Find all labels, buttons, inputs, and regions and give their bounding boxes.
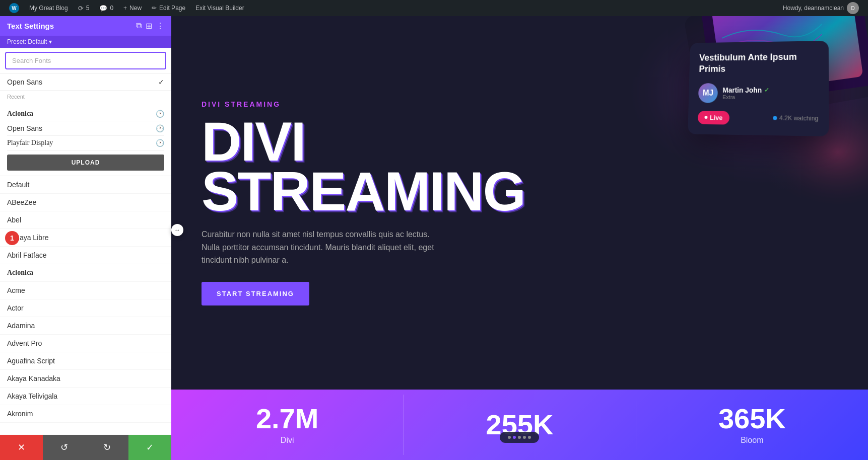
more-icon[interactable]: ⋮ xyxy=(156,21,164,31)
stat-label-2: Bloom xyxy=(741,436,763,445)
new-icon: + xyxy=(123,5,127,12)
cta-button[interactable]: START STREAMING xyxy=(202,282,309,305)
clock-icon-2: 🕐 xyxy=(156,124,164,132)
recent-font-opensans[interactable]: Open Sans 🕐 xyxy=(7,121,164,136)
stat-value-0: 2.7M xyxy=(256,405,319,433)
cancel-button[interactable]: ✕ xyxy=(0,435,43,460)
font-label-actor: Actor xyxy=(7,304,24,312)
font-label-akronim: Akronim xyxy=(7,410,33,418)
admin-bar: W My Great Blog ⟳ 5 💬 0 + New ✏ Edit Pag… xyxy=(0,0,868,16)
font-item-actor[interactable]: Actor xyxy=(0,299,171,317)
new-item[interactable]: + New xyxy=(118,0,147,16)
hero-title-line1: DIVI xyxy=(202,116,525,166)
card-footer: Live 4.2K watching xyxy=(698,111,819,126)
verified-icon: ✓ xyxy=(764,87,769,94)
hero-description: Curabitur non nulla sit amet nisl tempus… xyxy=(202,228,443,267)
clock-icon-3: 🕐 xyxy=(156,139,164,147)
panel-header: Text Settings ⧉ ⊞ ⋮ xyxy=(0,16,171,36)
site-name-item[interactable]: My Great Blog xyxy=(24,0,73,16)
comments-count: 0 xyxy=(110,5,113,12)
left-panel: 1 Text Settings ⧉ ⊞ ⋮ Preset: Default ▾ … xyxy=(0,16,171,460)
font-item-adamina[interactable]: Adamina xyxy=(0,317,171,335)
copy-icon[interactable]: ⧉ xyxy=(136,21,142,31)
edit-icon: ✏ xyxy=(152,5,157,12)
comments-icon: 💬 xyxy=(99,5,107,12)
dots-overlay xyxy=(500,432,539,443)
card-avatar: MJ xyxy=(698,83,718,103)
upload-section: Aclonica 🕐 Open Sans 🕐 Playfair Display … xyxy=(0,102,171,176)
preset-chevron: ▾ xyxy=(49,38,52,45)
site-name: My Great Blog xyxy=(29,5,68,12)
watching-count: 4.2K watching xyxy=(773,115,819,122)
stat-item-0: 2.7M Divi xyxy=(171,395,404,455)
watching-dot xyxy=(773,116,777,120)
admin-bar-right: Howdy, deannamclean D xyxy=(783,2,864,14)
card-user-info: Martin John ✓ Extra xyxy=(722,86,769,100)
font-label-akaya-kanadaka: Akaya Kanadaka xyxy=(7,374,60,382)
font-item-default[interactable]: Default xyxy=(0,176,171,194)
edit-page-label: Edit Page xyxy=(159,5,185,12)
open-sans-selected-item[interactable]: Open Sans ✓ xyxy=(0,74,171,91)
right-content: DIVI STREAMING DIVI STREAMING Curabitur … xyxy=(171,16,868,460)
exit-builder-label: Exit Visual Builder xyxy=(195,5,244,12)
font-item-akronim[interactable]: Akronim xyxy=(0,405,171,423)
search-container xyxy=(0,48,171,74)
grid-icon[interactable]: ⊞ xyxy=(146,21,152,31)
resize-handle[interactable]: ↔ xyxy=(171,224,183,236)
font-label-aguafina: Aguafina Script xyxy=(7,357,55,365)
recent-font-aclonica[interactable]: Aclonica 🕐 xyxy=(7,107,164,121)
edit-page-item[interactable]: ✏ Edit Page xyxy=(147,0,190,16)
font-item-akaya-kanadaka[interactable]: Akaya Kanadaka xyxy=(0,370,171,388)
font-label-acme: Acme xyxy=(7,286,25,294)
stat-item-2: 365K Bloom xyxy=(636,395,868,455)
revisions-item[interactable]: ⟳ 5 xyxy=(73,0,95,16)
preset-label: Preset: Default xyxy=(7,38,47,45)
main-area: 1 Text Settings ⧉ ⊞ ⋮ Preset: Default ▾ … xyxy=(0,16,868,460)
wp-logo: W xyxy=(9,3,19,13)
font-item-advent[interactable]: Advent Pro xyxy=(0,335,171,352)
recent-font-aclonica-label: Aclonica xyxy=(7,110,33,118)
stats-section: 2.7M Divi 255K 365K Bloom xyxy=(171,390,868,460)
font-item-akaya-telivigala[interactable]: Akaya Telivigala xyxy=(0,388,171,405)
recent-font-playfair[interactable]: Playfair Display 🕐 xyxy=(7,136,164,150)
font-label-default: Default xyxy=(7,181,29,189)
revisions-icon: ⟳ xyxy=(78,5,84,12)
font-label-abel: Abel xyxy=(7,216,21,224)
font-item-abhaya[interactable]: Abhaya Libre xyxy=(0,229,171,247)
card-user: MJ Martin John ✓ Extra xyxy=(698,83,819,104)
search-input[interactable] xyxy=(5,52,166,69)
font-item-abel[interactable]: Abel xyxy=(0,211,171,229)
clock-icon-1: 🕐 xyxy=(156,110,164,118)
exit-builder-item[interactable]: Exit Visual Builder xyxy=(190,0,249,16)
stat-value-2: 365K xyxy=(718,405,786,433)
hero-section: DIVI STREAMING DIVI STREAMING Curabitur … xyxy=(171,16,868,390)
live-label: Live xyxy=(710,114,723,121)
dot-3 xyxy=(518,436,521,439)
hero-title: DIVI STREAMING xyxy=(202,116,525,216)
font-label-abeezee: ABeeZee xyxy=(7,198,36,206)
upload-button[interactable]: UPLOAD xyxy=(7,155,164,171)
font-item-acme[interactable]: Acme xyxy=(0,282,171,299)
avatar: D xyxy=(847,2,859,14)
undo-button[interactable]: ↺ xyxy=(43,435,86,460)
dot-2 xyxy=(513,436,516,439)
recent-label: Recent xyxy=(0,91,171,102)
hero-text: DIVI STREAMING DIVI STREAMING Curabitur … xyxy=(202,100,525,305)
hero-subtitle: DIVI STREAMING xyxy=(202,100,525,108)
font-label-abril: Abril Fatface xyxy=(7,251,47,259)
live-dot xyxy=(704,116,707,119)
font-item-aguafina[interactable]: Aguafina Script xyxy=(0,352,171,370)
font-item-aclonica-list[interactable]: Aclonica xyxy=(0,264,171,282)
wp-logo-item[interactable]: W xyxy=(4,0,24,16)
open-sans-label: Open Sans xyxy=(7,78,42,86)
card-user-role: Extra xyxy=(722,94,769,100)
preset-bar[interactable]: Preset: Default ▾ xyxy=(0,36,171,48)
font-item-abril[interactable]: Abril Fatface xyxy=(0,247,171,264)
confirm-button[interactable]: ✓ xyxy=(128,435,171,460)
dot-4 xyxy=(523,436,526,439)
comments-item[interactable]: 💬 0 xyxy=(94,0,118,16)
font-label-akaya-telivigala: Akaya Telivigala xyxy=(7,392,57,400)
font-item-abeezee[interactable]: ABeeZee xyxy=(0,194,171,211)
redo-button[interactable]: ↻ xyxy=(86,435,128,460)
step-badge: 1 xyxy=(5,231,19,245)
